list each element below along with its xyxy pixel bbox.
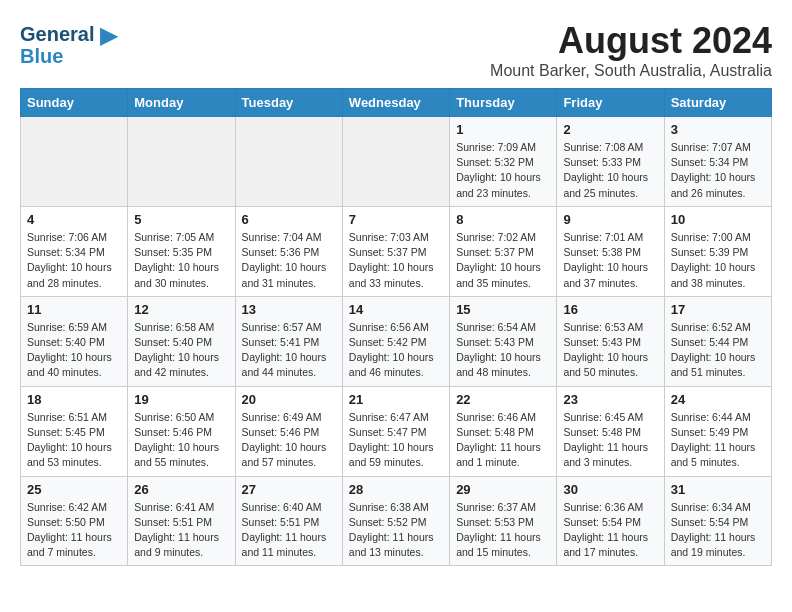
calendar-cell: 29Sunrise: 6:37 AM Sunset: 5:53 PM Dayli… xyxy=(450,476,557,566)
week-row-4: 18Sunrise: 6:51 AM Sunset: 5:45 PM Dayli… xyxy=(21,386,772,476)
day-info: Sunrise: 6:40 AM Sunset: 5:51 PM Dayligh… xyxy=(242,500,336,561)
calendar-cell: 17Sunrise: 6:52 AM Sunset: 5:44 PM Dayli… xyxy=(664,296,771,386)
day-info: Sunrise: 6:50 AM Sunset: 5:46 PM Dayligh… xyxy=(134,410,228,471)
calendar-cell: 25Sunrise: 6:42 AM Sunset: 5:50 PM Dayli… xyxy=(21,476,128,566)
day-info: Sunrise: 6:54 AM Sunset: 5:43 PM Dayligh… xyxy=(456,320,550,381)
day-number: 9 xyxy=(563,212,657,227)
day-info: Sunrise: 6:57 AM Sunset: 5:41 PM Dayligh… xyxy=(242,320,336,381)
day-info: Sunrise: 7:03 AM Sunset: 5:37 PM Dayligh… xyxy=(349,230,443,291)
calendar-cell: 7Sunrise: 7:03 AM Sunset: 5:37 PM Daylig… xyxy=(342,206,449,296)
calendar-table: SundayMondayTuesdayWednesdayThursdayFrid… xyxy=(20,88,772,566)
day-number: 28 xyxy=(349,482,443,497)
day-number: 1 xyxy=(456,122,550,137)
calendar-cell xyxy=(235,117,342,207)
calendar-cell: 12Sunrise: 6:58 AM Sunset: 5:40 PM Dayli… xyxy=(128,296,235,386)
day-header-sunday: Sunday xyxy=(21,89,128,117)
day-number: 10 xyxy=(671,212,765,227)
day-info: Sunrise: 7:07 AM Sunset: 5:34 PM Dayligh… xyxy=(671,140,765,201)
day-number: 7 xyxy=(349,212,443,227)
day-info: Sunrise: 7:08 AM Sunset: 5:33 PM Dayligh… xyxy=(563,140,657,201)
calendar-cell: 10Sunrise: 7:00 AM Sunset: 5:39 PM Dayli… xyxy=(664,206,771,296)
day-number: 3 xyxy=(671,122,765,137)
days-header-row: SundayMondayTuesdayWednesdayThursdayFrid… xyxy=(21,89,772,117)
day-number: 15 xyxy=(456,302,550,317)
day-header-wednesday: Wednesday xyxy=(342,89,449,117)
calendar-cell: 30Sunrise: 6:36 AM Sunset: 5:54 PM Dayli… xyxy=(557,476,664,566)
day-number: 18 xyxy=(27,392,121,407)
calendar-cell: 3Sunrise: 7:07 AM Sunset: 5:34 PM Daylig… xyxy=(664,117,771,207)
day-info: Sunrise: 7:04 AM Sunset: 5:36 PM Dayligh… xyxy=(242,230,336,291)
day-info: Sunrise: 6:47 AM Sunset: 5:47 PM Dayligh… xyxy=(349,410,443,471)
day-header-thursday: Thursday xyxy=(450,89,557,117)
calendar-cell: 14Sunrise: 6:56 AM Sunset: 5:42 PM Dayli… xyxy=(342,296,449,386)
logo-general: General xyxy=(20,23,94,45)
day-info: Sunrise: 6:53 AM Sunset: 5:43 PM Dayligh… xyxy=(563,320,657,381)
day-number: 29 xyxy=(456,482,550,497)
day-number: 24 xyxy=(671,392,765,407)
day-number: 6 xyxy=(242,212,336,227)
day-number: 26 xyxy=(134,482,228,497)
calendar-title: August 2024 xyxy=(20,20,772,62)
calendar-cell: 23Sunrise: 6:45 AM Sunset: 5:48 PM Dayli… xyxy=(557,386,664,476)
day-number: 8 xyxy=(456,212,550,227)
day-info: Sunrise: 6:56 AM Sunset: 5:42 PM Dayligh… xyxy=(349,320,443,381)
day-info: Sunrise: 6:58 AM Sunset: 5:40 PM Dayligh… xyxy=(134,320,228,381)
week-row-2: 4Sunrise: 7:06 AM Sunset: 5:34 PM Daylig… xyxy=(21,206,772,296)
day-number: 2 xyxy=(563,122,657,137)
day-number: 12 xyxy=(134,302,228,317)
calendar-cell xyxy=(342,117,449,207)
day-info: Sunrise: 6:51 AM Sunset: 5:45 PM Dayligh… xyxy=(27,410,121,471)
calendar-cell: 20Sunrise: 6:49 AM Sunset: 5:46 PM Dayli… xyxy=(235,386,342,476)
day-header-friday: Friday xyxy=(557,89,664,117)
calendar-cell: 11Sunrise: 6:59 AM Sunset: 5:40 PM Dayli… xyxy=(21,296,128,386)
calendar-cell: 8Sunrise: 7:02 AM Sunset: 5:37 PM Daylig… xyxy=(450,206,557,296)
day-number: 19 xyxy=(134,392,228,407)
day-header-tuesday: Tuesday xyxy=(235,89,342,117)
day-info: Sunrise: 7:06 AM Sunset: 5:34 PM Dayligh… xyxy=(27,230,121,291)
calendar-cell: 18Sunrise: 6:51 AM Sunset: 5:45 PM Dayli… xyxy=(21,386,128,476)
day-info: Sunrise: 6:42 AM Sunset: 5:50 PM Dayligh… xyxy=(27,500,121,561)
day-number: 5 xyxy=(134,212,228,227)
day-info: Sunrise: 7:05 AM Sunset: 5:35 PM Dayligh… xyxy=(134,230,228,291)
calendar-cell: 15Sunrise: 6:54 AM Sunset: 5:43 PM Dayli… xyxy=(450,296,557,386)
day-number: 14 xyxy=(349,302,443,317)
day-info: Sunrise: 6:41 AM Sunset: 5:51 PM Dayligh… xyxy=(134,500,228,561)
day-number: 11 xyxy=(27,302,121,317)
day-number: 23 xyxy=(563,392,657,407)
day-header-monday: Monday xyxy=(128,89,235,117)
calendar-cell: 9Sunrise: 7:01 AM Sunset: 5:38 PM Daylig… xyxy=(557,206,664,296)
day-number: 25 xyxy=(27,482,121,497)
day-number: 30 xyxy=(563,482,657,497)
calendar-header: August 2024 Mount Barker, South Australi… xyxy=(20,20,772,80)
week-row-1: 1Sunrise: 7:09 AM Sunset: 5:32 PM Daylig… xyxy=(21,117,772,207)
day-info: Sunrise: 7:00 AM Sunset: 5:39 PM Dayligh… xyxy=(671,230,765,291)
calendar-cell xyxy=(128,117,235,207)
calendar-cell: 27Sunrise: 6:40 AM Sunset: 5:51 PM Dayli… xyxy=(235,476,342,566)
day-header-saturday: Saturday xyxy=(664,89,771,117)
day-info: Sunrise: 6:59 AM Sunset: 5:40 PM Dayligh… xyxy=(27,320,121,381)
calendar-cell: 28Sunrise: 6:38 AM Sunset: 5:52 PM Dayli… xyxy=(342,476,449,566)
calendar-cell: 1Sunrise: 7:09 AM Sunset: 5:32 PM Daylig… xyxy=(450,117,557,207)
day-info: Sunrise: 6:36 AM Sunset: 5:54 PM Dayligh… xyxy=(563,500,657,561)
calendar-cell xyxy=(21,117,128,207)
day-info: Sunrise: 6:34 AM Sunset: 5:54 PM Dayligh… xyxy=(671,500,765,561)
calendar-cell: 22Sunrise: 6:46 AM Sunset: 5:48 PM Dayli… xyxy=(450,386,557,476)
week-row-3: 11Sunrise: 6:59 AM Sunset: 5:40 PM Dayli… xyxy=(21,296,772,386)
day-info: Sunrise: 6:45 AM Sunset: 5:48 PM Dayligh… xyxy=(563,410,657,471)
day-number: 21 xyxy=(349,392,443,407)
day-number: 31 xyxy=(671,482,765,497)
day-info: Sunrise: 7:09 AM Sunset: 5:32 PM Dayligh… xyxy=(456,140,550,201)
day-number: 13 xyxy=(242,302,336,317)
day-info: Sunrise: 6:52 AM Sunset: 5:44 PM Dayligh… xyxy=(671,320,765,381)
calendar-cell: 19Sunrise: 6:50 AM Sunset: 5:46 PM Dayli… xyxy=(128,386,235,476)
calendar-cell: 26Sunrise: 6:41 AM Sunset: 5:51 PM Dayli… xyxy=(128,476,235,566)
day-info: Sunrise: 6:38 AM Sunset: 5:52 PM Dayligh… xyxy=(349,500,443,561)
logo-bird-icon: ▶ xyxy=(100,23,117,48)
day-number: 4 xyxy=(27,212,121,227)
day-number: 17 xyxy=(671,302,765,317)
calendar-cell: 2Sunrise: 7:08 AM Sunset: 5:33 PM Daylig… xyxy=(557,117,664,207)
calendar-cell: 24Sunrise: 6:44 AM Sunset: 5:49 PM Dayli… xyxy=(664,386,771,476)
calendar-cell: 4Sunrise: 7:06 AM Sunset: 5:34 PM Daylig… xyxy=(21,206,128,296)
day-info: Sunrise: 6:46 AM Sunset: 5:48 PM Dayligh… xyxy=(456,410,550,471)
day-info: Sunrise: 6:37 AM Sunset: 5:53 PM Dayligh… xyxy=(456,500,550,561)
